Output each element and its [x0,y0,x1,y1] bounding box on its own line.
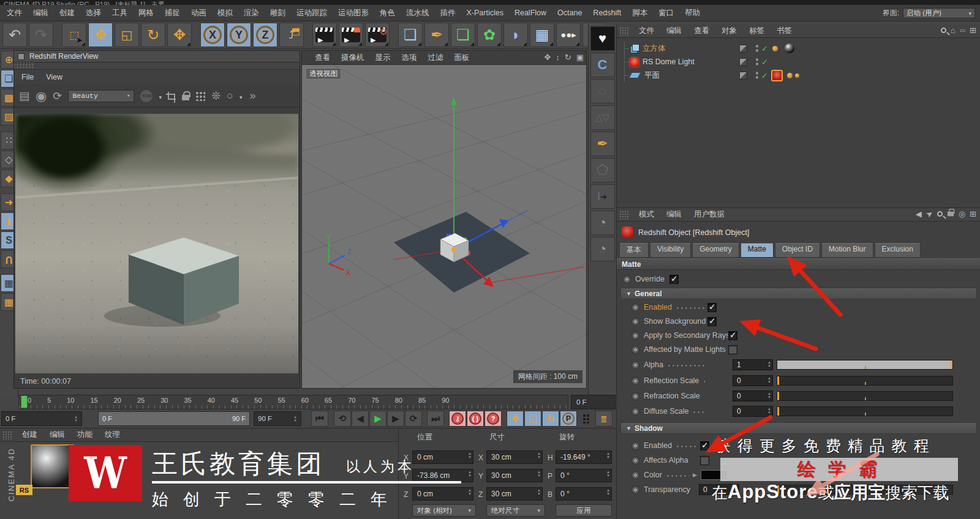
rot-p-field[interactable]: 0 °▲▼ [556,469,612,482]
render-pass-dropdown[interactable]: Beauty [68,90,134,102]
menu-item[interactable]: 雕刻 [265,9,291,17]
tab-geometry[interactable]: Geometry [692,242,739,258]
object-row-dome-light[interactable]: RS Dome Light ✓ [617,55,980,69]
coords-size-dropdown[interactable]: 绝对尺寸 [486,504,545,517]
window-menu-icon[interactable] [18,53,24,60]
bucket-grid-icon[interactable] [195,91,205,101]
mm-menu-item[interactable]: 创建 [16,430,43,439]
menu-item[interactable]: 捕捉 [159,9,186,17]
visibility-dots[interactable] [755,44,759,53]
menu-item[interactable]: X-Particles [461,9,509,17]
rotate-tool-button[interactable]: ↻ [141,23,165,47]
am-cursor-icon[interactable]: ➤ [924,208,935,220]
menu-item[interactable]: 模拟 [212,9,238,17]
interface-dropdown[interactable]: 启动 (用户) [903,8,975,18]
param-radio[interactable] [631,442,639,450]
play-backwards-button[interactable]: ⟲ [334,411,351,427]
phong-tag-icon[interactable] [772,46,778,51]
more-tools-chevron[interactable]: » [249,89,255,102]
om-filter-icon[interactable]: ▭ [960,27,965,34]
pos-x-field[interactable]: 0 cm▲▼ [412,450,473,464]
om-menu-item[interactable]: 编辑 [660,26,688,35]
menu-item[interactable]: RealFlow [509,9,552,17]
visibility-dots[interactable] [755,58,759,66]
add-spline-button[interactable]: ✒ [424,23,449,47]
render-settings-button[interactable]: ⚙ [365,23,390,47]
menu-item[interactable]: 帮助 [679,9,706,17]
param-radio[interactable] [631,346,639,354]
triangulate-button[interactable]: △▽ [590,105,615,130]
scale-tool-button[interactable]: ◱ [115,23,139,47]
secondary-rays-checkbox[interactable] [728,331,737,340]
maximize-icon[interactable]: ▣ [576,53,584,62]
menu-item[interactable]: 渲染 [238,9,265,17]
object-row-plane[interactable]: 平面 ✓ [617,69,980,82]
param-radio[interactable] [631,408,639,416]
renderview-drag-handle[interactable] [14,62,300,70]
menu-item[interactable]: 插件 [435,9,461,17]
goto-end-button[interactable]: ⏭ [427,411,444,427]
am-lock-icon[interactable] [948,212,954,217]
channel-dropdown-caret[interactable] [159,89,162,102]
am-menu-item[interactable]: 模式 [633,210,660,218]
general-group-header[interactable]: General [620,288,977,299]
current-frame-field[interactable]: 0 F [571,395,616,409]
render-picture-viewer-button[interactable] [339,23,363,47]
frame-range-slider[interactable]: 0 F90 F [98,411,250,426]
object-name[interactable]: 立方体 [643,43,666,54]
am-menu-item[interactable]: 编辑 [660,210,688,218]
tab-motion-blur[interactable]: Motion Blur [821,242,873,258]
param-radio[interactable] [631,304,639,312]
param-radio[interactable] [631,457,639,465]
viewport-menu-item[interactable]: 选项 [396,53,423,62]
add-deformer-button[interactable]: ◗ [503,23,528,47]
object-name[interactable]: 平面 [644,70,660,81]
record-keyframe-button[interactable]: ⚷ [449,411,466,427]
am-search-icon[interactable] [937,211,943,217]
menu-item[interactable]: 流水线 [401,9,435,17]
param-radio[interactable] [631,486,639,494]
menu-item[interactable]: Redshift [587,9,627,17]
region-circle-icon[interactable]: ○ [227,89,233,102]
om-menu-item[interactable]: 标签 [743,26,771,35]
lock-x-axis-button[interactable]: X [200,23,225,47]
play-button[interactable]: ▶ [369,411,386,427]
menu-item[interactable]: 动画 [186,9,212,17]
joint-chain-button[interactable]: ⁞➜ [590,184,615,209]
renderview-menu-file[interactable]: File [21,73,34,81]
diffuse-slider[interactable] [777,406,953,416]
mm-menu-item[interactable]: 功能 [71,430,99,439]
menu-item[interactable]: 编辑 [28,9,54,17]
pan-icon[interactable]: ✥ [544,53,551,62]
param-radio[interactable] [623,275,631,283]
om-search-icon[interactable] [941,28,946,33]
tab-matte[interactable]: Matte [741,242,774,258]
menu-item[interactable]: 网格 [133,9,159,17]
snapshot-icon[interactable]: ▤ [19,89,29,103]
enable-check[interactable]: ✓ [761,71,768,80]
tab-exclusion[interactable]: Exclusion [875,242,921,258]
keyframe-selection-button[interactable]: ? [484,411,502,427]
object-name[interactable]: RS Dome Light [643,58,695,66]
om-drag-dots[interactable] [619,27,629,35]
override-checkbox[interactable] [669,275,679,284]
viewport-menu-item[interactable]: 摄像机 [336,53,370,62]
crop-icon[interactable] [168,92,176,100]
zoom-icon[interactable]: ↕ [556,53,560,62]
menu-item[interactable]: 文件 [1,9,28,17]
am-drag-dots[interactable] [619,211,629,219]
viewport-drag-dots[interactable] [306,51,308,64]
visibility-dots[interactable] [755,71,759,80]
previous-frame-button[interactable]: ◀ [352,411,369,427]
tag-icon[interactable] [795,73,799,78]
enable-check[interactable]: ✓ [761,44,768,53]
add-mograph-button[interactable]: ✿ [477,23,502,47]
diffuse-value-field[interactable]: 0▲▼ [733,406,773,417]
param-radio[interactable] [631,471,639,479]
region-caret[interactable] [239,89,243,102]
end-frame-field[interactable]: 90 F▲▼ [254,411,301,426]
next-frame-button[interactable]: ▶ [387,411,404,427]
viewport-menu-item[interactable]: 过滤 [423,53,449,62]
alpha-value-field[interactable]: 1▲▼ [733,359,773,370]
layer-toggle[interactable] [739,58,747,66]
